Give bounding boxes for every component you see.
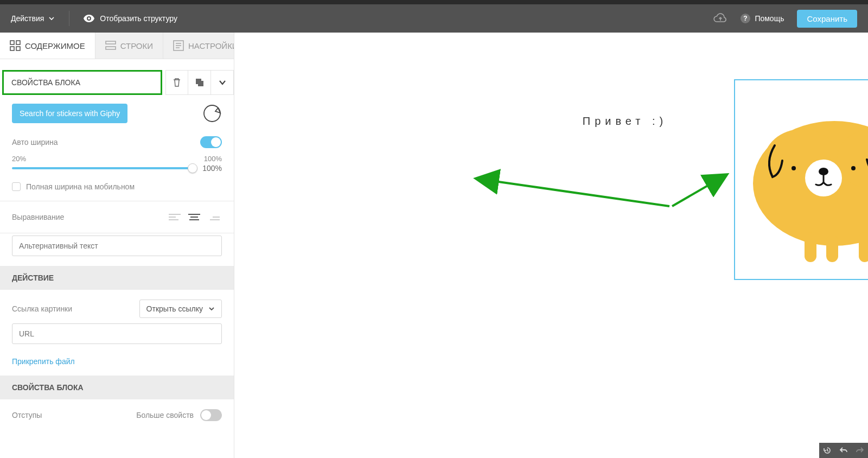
- giphy-row: Search for stickers with Giphy: [0, 95, 234, 132]
- svg-rect-14: [198, 81, 203, 86]
- slider-max: 100%: [204, 155, 222, 163]
- width-slider-row: 20% 100% 100%: [0, 152, 234, 179]
- tab-rows[interactable]: СТРОКИ: [95, 33, 163, 59]
- padding-label: Отступы: [12, 411, 42, 419]
- full-width-mobile-label: Полная ширина на мобильном: [26, 182, 135, 191]
- url-input[interactable]: [12, 323, 222, 344]
- svg-rect-7: [106, 41, 116, 44]
- redo-button[interactable]: [852, 443, 868, 458]
- more-props-label: Больше свойств: [136, 411, 194, 419]
- svg-rect-6: [16, 47, 20, 50]
- svg-line-31: [672, 176, 724, 206]
- slider-thumb[interactable]: [188, 163, 197, 173]
- image-link-label: Ссылка картинки: [12, 304, 72, 313]
- alignment-options: [167, 211, 222, 223]
- header-left: Действия Отобразить структуру: [11, 11, 177, 26]
- svg-text:?: ?: [744, 15, 748, 22]
- window-topbar: [0, 0, 868, 4]
- help-label: Помощь: [755, 14, 784, 23]
- svg-point-0: [88, 17, 90, 20]
- main: СОДЕРЖИМОЕ СТРОКИ НАСТРОЙКИ СВОЙСТВА БЛО…: [0, 33, 868, 458]
- width-slider[interactable]: [12, 167, 195, 169]
- settings-icon: [173, 40, 184, 51]
- more-props-toggle[interactable]: [200, 409, 222, 421]
- greeting-text: Привет :): [583, 115, 667, 128]
- svg-rect-22: [859, 232, 868, 262]
- auto-width-row: Авто ширина: [0, 132, 234, 152]
- header-right: ? Помощь Сохранить: [713, 10, 857, 28]
- alignment-row: Выравнивание: [0, 201, 234, 233]
- full-width-mobile-checkbox[interactable]: [12, 182, 21, 191]
- block-properties-title: СВОЙСТВА БЛОКА: [2, 70, 162, 95]
- link-action-select[interactable]: Открыть ссылку: [139, 300, 222, 318]
- sidebar: СОДЕРЖИМОЕ СТРОКИ НАСТРОЙКИ СВОЙСТВА БЛО…: [0, 33, 234, 458]
- svg-point-26: [792, 166, 796, 170]
- align-left-button[interactable]: [167, 211, 183, 223]
- duplicate-block-button[interactable]: [188, 70, 211, 95]
- annotation-arrow: [469, 166, 735, 214]
- alignment-label: Выравнивание: [12, 213, 64, 221]
- app-header: Действия Отобразить структуру ? Помощь С…: [0, 4, 868, 33]
- cloud-upload-icon[interactable]: [713, 13, 727, 24]
- sticker-icon: [202, 104, 222, 123]
- alt-text-input[interactable]: [12, 236, 222, 256]
- chevron-down-icon: [48, 15, 55, 22]
- actions-label: Действия: [11, 14, 44, 23]
- action-section-header: ДЕЙСТВИЕ: [0, 266, 234, 290]
- selected-block-frame[interactable]: gh: [734, 79, 868, 280]
- rows-icon: [105, 40, 116, 51]
- tab-settings-label: НАСТРОЙКИ: [188, 41, 234, 50]
- svg-rect-8: [106, 47, 116, 49]
- sticker-image: [735, 80, 868, 279]
- sidebar-tabs: СОДЕРЖИМОЕ СТРОКИ НАСТРОЙКИ: [0, 33, 234, 59]
- svg-rect-4: [16, 41, 20, 44]
- delete-block-button[interactable]: [165, 70, 188, 95]
- content-icon: [10, 40, 21, 51]
- image-link-row: Ссылка картинки Открыть ссылку: [0, 290, 234, 323]
- tab-content-label: СОДЕРЖИМОЕ: [25, 41, 85, 50]
- svg-rect-5: [10, 47, 14, 50]
- slider-value: 100%: [202, 164, 222, 173]
- eye-icon: [84, 15, 94, 22]
- help-icon: ?: [741, 14, 750, 23]
- svg-line-30: [480, 179, 669, 206]
- link-action-value: Открыть ссылку: [146, 304, 203, 313]
- svg-rect-21: [826, 235, 838, 262]
- align-right-button[interactable]: [206, 211, 222, 223]
- slider-track-wrap: 100%: [12, 164, 222, 173]
- save-button[interactable]: Сохранить: [797, 10, 857, 28]
- chevron-down-icon: [208, 306, 215, 312]
- slider-labels: 20% 100%: [12, 155, 222, 163]
- attach-file-link[interactable]: Прикрепить файл: [0, 354, 234, 376]
- giphy-search-button[interactable]: Search for stickers with Giphy: [12, 104, 127, 123]
- svg-rect-3: [10, 41, 14, 44]
- divider: [0, 233, 234, 233]
- tab-rows-label: СТРОКИ: [120, 41, 153, 50]
- align-center-button[interactable]: [186, 211, 202, 223]
- canvas[interactable]: Привет :): [234, 33, 868, 458]
- full-width-mobile-row[interactable]: Полная ширина на мобильном: [0, 179, 234, 201]
- collapse-block-button[interactable]: [211, 70, 234, 95]
- auto-width-toggle[interactable]: [200, 136, 222, 148]
- show-structure-toggle[interactable]: Отобразить структуру: [84, 14, 177, 23]
- block-props-section-header: СВОЙСТВА БЛОКА: [0, 376, 234, 399]
- undo-button[interactable]: [835, 443, 852, 458]
- divider: [69, 11, 69, 26]
- tab-settings[interactable]: НАСТРОЙКИ: [163, 33, 234, 59]
- svg-rect-20: [805, 232, 816, 262]
- show-structure-label: Отобразить структуру: [100, 14, 177, 23]
- auto-width-label: Авто ширина: [12, 138, 58, 147]
- svg-point-27: [851, 166, 856, 170]
- slider-min: 20%: [12, 155, 26, 163]
- actions-dropdown[interactable]: Действия: [11, 14, 55, 23]
- footer-tools: [819, 443, 868, 458]
- more-props-group: Больше свойств: [136, 409, 222, 421]
- tab-content[interactable]: СОДЕРЖИМОЕ: [0, 33, 95, 59]
- padding-row: Отступы Больше свойств: [0, 399, 234, 431]
- history-button[interactable]: [819, 443, 835, 458]
- help-button[interactable]: ? Помощь: [741, 14, 784, 23]
- block-properties-bar: СВОЙСТВА БЛОКА: [0, 70, 234, 95]
